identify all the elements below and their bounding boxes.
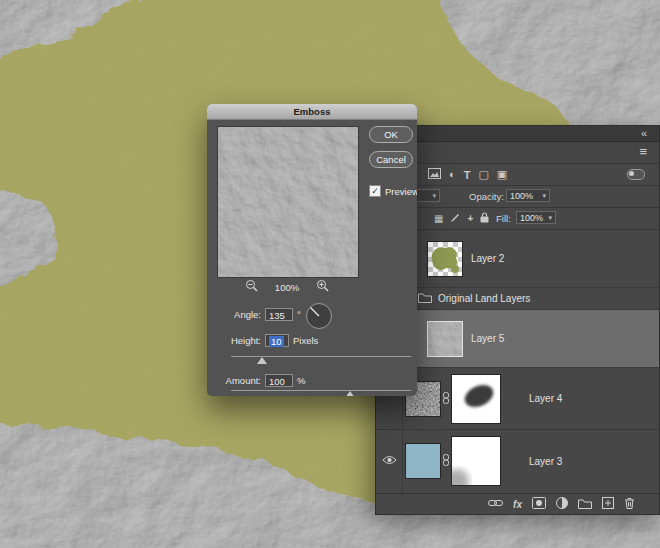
opacity-value: 100%	[510, 191, 533, 201]
height-unit: Pixels	[293, 335, 318, 346]
layers-list: Layer 2 Original Land Layers Layer 5	[376, 230, 659, 494]
type-filter-icon[interactable]: T	[464, 169, 471, 181]
pixel-filter-icon[interactable]	[428, 168, 441, 181]
layer-row-layer2[interactable]: Layer 2	[376, 230, 659, 288]
ok-button[interactable]: OK	[369, 126, 413, 143]
smart-object-filter-icon[interactable]: ▣	[497, 169, 507, 180]
dialog-title: Emboss	[294, 106, 331, 117]
slider-thumb[interactable]	[257, 357, 267, 364]
adjustment-layer-icon[interactable]	[556, 497, 568, 511]
delete-layer-icon[interactable]	[624, 497, 635, 511]
lock-row: ▦ + Fill: 100% ▾	[376, 208, 659, 230]
zoom-level: 100%	[275, 282, 299, 293]
height-label: Height:	[207, 335, 261, 346]
shape-filter-icon[interactable]: ▢	[478, 169, 488, 180]
amount-unit: %	[297, 375, 305, 386]
fill-label: Fill:	[496, 213, 511, 224]
visibility-toggle[interactable]	[376, 430, 403, 492]
layer-mask-thumbnail[interactable]	[451, 436, 501, 486]
opacity-dropdown[interactable]: 100% ▾	[506, 189, 550, 202]
amount-slider[interactable]	[231, 390, 411, 396]
layer-thumbnail[interactable]	[427, 321, 463, 357]
layer-name: Layer 3	[529, 456, 562, 467]
check-icon: ✓	[371, 187, 379, 196]
layers-panel-footer: fx	[376, 493, 659, 514]
chevron-down-icon: ▾	[432, 192, 436, 200]
angle-unit: °	[297, 309, 301, 320]
photoshop-workspace: « ≡ ◐ T ▢ ▣ ▾ Opacity: 100% ▾	[0, 0, 660, 548]
slider-track[interactable]	[231, 390, 411, 391]
filter-toggle-switch[interactable]	[627, 169, 645, 180]
preview-label: Preview	[385, 186, 417, 197]
group-row-original-land-layers[interactable]: Original Land Layers	[376, 288, 659, 310]
zoom-in-button[interactable]	[316, 278, 329, 296]
layer-name: Layer 2	[471, 253, 504, 264]
amount-label: Amount:	[207, 375, 261, 386]
height-input[interactable]: 10	[265, 334, 289, 347]
layer-row-layer3[interactable]: Layer 3	[376, 430, 659, 492]
layer-filter-row: ◐ T ▢ ▣	[376, 164, 659, 186]
checkbox[interactable]: ✓	[369, 185, 381, 197]
angle-input[interactable]: 135	[265, 308, 293, 321]
lock-all-icon[interactable]	[480, 212, 489, 225]
chevron-down-icon: ▾	[542, 192, 546, 200]
layer-row-layer4[interactable]: Layer 4	[376, 368, 659, 430]
folder-icon	[418, 292, 432, 305]
selected-text: 10	[269, 336, 284, 347]
filter-preview[interactable]	[217, 126, 359, 278]
mask-link-icon[interactable]	[442, 392, 450, 406]
add-mask-icon[interactable]	[532, 497, 546, 511]
lock-position-icon[interactable]: +	[467, 213, 473, 224]
eye-icon[interactable]	[382, 455, 397, 467]
layer-thumbnail[interactable]	[405, 443, 441, 479]
chevron-down-icon: ▾	[548, 214, 552, 222]
cancel-button[interactable]: Cancel	[369, 151, 413, 168]
lock-paint-icon[interactable]	[450, 213, 460, 225]
group-name: Original Land Layers	[438, 293, 530, 304]
panel-tab-bar: ≡	[376, 142, 659, 164]
layer-row-layer5[interactable]: Layer 5	[376, 310, 659, 368]
mask-link-icon[interactable]	[442, 454, 450, 468]
dialog-title-bar[interactable]: Emboss	[207, 104, 417, 120]
angle-dial[interactable]	[305, 302, 333, 330]
blend-mode-row: ▾ Opacity: 100% ▾	[376, 186, 659, 208]
layer-mask-thumbnail[interactable]	[451, 374, 501, 424]
angle-label: Angle:	[207, 309, 261, 320]
preview-checkbox[interactable]: ✓ Preview	[369, 185, 417, 197]
layers-panel: « ≡ ◐ T ▢ ▣ ▾ Opacity: 100% ▾	[375, 125, 660, 515]
layer-style-icon[interactable]: fx	[513, 499, 522, 510]
fill-dropdown[interactable]: 100% ▾	[516, 211, 556, 224]
zoom-out-button[interactable]	[245, 278, 258, 296]
opacity-label: Opacity:	[469, 191, 504, 202]
lock-transparency-icon[interactable]: ▦	[434, 213, 443, 224]
panel-collapse-bar[interactable]: «	[376, 126, 659, 142]
emboss-dialog: Emboss OK Cancel ✓ Preview 100%	[207, 104, 417, 396]
layer-name: Layer 4	[529, 393, 562, 404]
new-layer-icon[interactable]	[602, 497, 614, 511]
new-group-icon[interactable]	[578, 498, 592, 511]
collapse-panel-icon[interactable]: «	[641, 128, 647, 139]
link-layers-icon[interactable]	[488, 498, 503, 510]
fill-value: 100%	[520, 213, 543, 223]
adjustment-filter-icon[interactable]: ◐	[449, 169, 456, 180]
height-slider[interactable]	[231, 356, 411, 366]
layer-thumbnail[interactable]	[427, 241, 463, 277]
slider-thumb[interactable]	[345, 391, 355, 396]
amount-input[interactable]: 100	[265, 374, 293, 387]
panel-menu-icon[interactable]: ≡	[639, 145, 647, 158]
layer-name: Layer 5	[471, 333, 504, 344]
